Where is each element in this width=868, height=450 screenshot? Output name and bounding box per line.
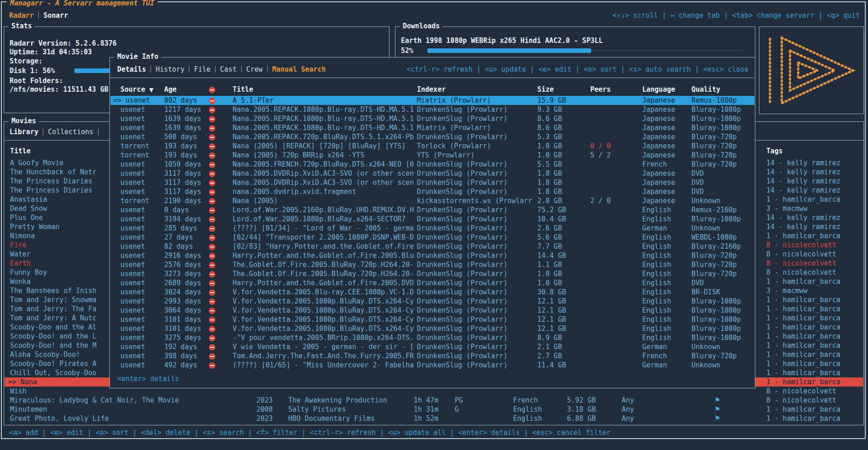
movie-title-text: Nimona: [10, 232, 35, 240]
release-row[interactable]: usenet 398 days Tom.And.Jerry.The.Fast.A…: [110, 351, 754, 361]
release-rejected: [209, 151, 215, 160]
release-row[interactable]: usenet 492 days (????) [01/65] - "Miss U…: [110, 361, 754, 370]
tab-manual-search[interactable]: Manual Search: [272, 65, 326, 73]
release-row[interactable]: usenet 1639 days Nana.2005.REPACK.1080p.…: [110, 114, 754, 123]
release-age: 3273 days: [164, 269, 201, 278]
tab-library[interactable]: Library: [10, 128, 38, 136]
movie-tag: 1 - hamilcar_barca: [766, 231, 841, 241]
release-language: English: [642, 306, 671, 315]
release-row[interactable]: torrent 193 days Nana (2005) 720p BRRip …: [110, 151, 754, 160]
release-age: 2916 days: [164, 251, 201, 260]
download-percent: 52%: [401, 47, 413, 55]
release-source-text: usenet: [120, 105, 145, 114]
release-row[interactable]: usenet 3101 days V.for.Vendetta.2005.108…: [110, 324, 754, 333]
release-language: English: [642, 251, 671, 260]
release-row[interactable]: usenet 3275 days -"V pour vendetta.2005.…: [110, 333, 754, 342]
gauge-fill: [427, 48, 591, 53]
tab-file[interactable]: File: [194, 65, 210, 73]
release-rejected: [209, 288, 215, 297]
release-indexer: DrunkenSlug (Prowlarr): [417, 178, 536, 187]
movie-tag: 14 - kelly ramirez: [766, 167, 841, 177]
release-language: Japanese: [642, 196, 675, 205]
release-row[interactable]: usenet 3117 days Nana.2005.DVDRip.XviD.A…: [110, 178, 754, 187]
release-age: 3275 days: [164, 333, 201, 342]
release-row[interactable]: usenet 2993 days V.for.Vendetta.2005.108…: [110, 297, 754, 306]
release-row[interactable]: usenet 0 days Lord.of.War.2005.2160p.Blu…: [110, 205, 754, 215]
app-title: Managarr - A Servarr management TUI: [6, 0, 158, 8]
version-value: 5.2.6.8376: [75, 39, 116, 47]
tab-radarr[interactable]: Radarr: [9, 11, 34, 20]
release-source-text: usenet: [120, 160, 145, 168]
tab-separator: [43, 128, 43, 135]
release-language: Japanese: [642, 132, 675, 141]
release-source-text: usenet: [120, 169, 145, 178]
release-row[interactable]: usenet 3064 days V.for.Vendetta.2005.108…: [110, 306, 754, 315]
release-row[interactable]: usenet 3273 days The.Goblet.Of.Fire.2005…: [110, 269, 754, 278]
release-row[interactable]: usenet 3101 days V.for.Vendetta.2005.108…: [110, 315, 754, 324]
rejected-icon: [209, 308, 215, 314]
movie-title-text: Nana: [21, 378, 37, 386]
release-source: usenet: [120, 233, 145, 242]
release-source: usenet: [120, 315, 145, 324]
movie-tag: 1 - hamilcar_barca: [766, 359, 841, 368]
movie-title-text: Scooby-Doo! and the L: [10, 332, 97, 340]
tab-collections[interactable]: Collections: [48, 128, 93, 136]
release-row[interactable]: torrent 2190 days Nana (2005) kickasstor…: [110, 196, 754, 205]
movie-title-text: Chill Out, Scooby-Doo: [10, 369, 97, 377]
tab-sonarr[interactable]: Sonarr: [43, 11, 68, 20]
release-peers: 0 / 0: [590, 141, 611, 151]
release-row[interactable]: usenet 1217 days Nana.2005.REPACK.1080p.…: [110, 105, 754, 114]
release-row[interactable]: usenet 285 days (????) [01/34] - "Lord o…: [110, 224, 754, 233]
release-quality: Bluray-1080p: [691, 123, 741, 132]
movie-title-text: Wish: [10, 387, 26, 395]
release-row[interactable]: usenet 3194 days Lord.of.War.2005.1080p.…: [110, 215, 754, 224]
release-age: 285 days: [164, 224, 197, 233]
movie-title-text: A Goofy Movie: [10, 159, 63, 167]
release-source: usenet: [120, 178, 145, 187]
movie-tag: 14 - kelly ramirez: [766, 186, 841, 195]
movie-row[interactable]: Minutemen 2008 Salty Pictures 1h 31m G E…: [5, 405, 863, 414]
release-row[interactable]: usenet 192 days V wie Vendetta - 2005 - …: [110, 342, 754, 351]
release-indexer: DrunkenSlug (Prowlarr): [417, 351, 536, 361]
tab-cast[interactable]: Cast: [220, 65, 237, 73]
release-row[interactable]: usenet 1059 days Nana.2005.FRENCH.720p.B…: [110, 160, 754, 169]
release-row[interactable]: usenet 508 days Nana.2005.REPACK.720p.Bl…: [110, 132, 754, 141]
release-row[interactable]: usenet 27 days [02/44] "Transporter 2.20…: [110, 233, 754, 242]
release-row[interactable]: usenet 3024 days V.for.Vendetta.2005.Blu…: [110, 288, 754, 297]
movie-row[interactable]: Miraculous: Ladybug & Cat Noir, The Movi…: [5, 396, 863, 405]
column-title: Title: [10, 147, 31, 156]
release-language: Japanese: [642, 178, 675, 187]
release-row[interactable]: torrent 193 days Nana (2005) [REPACK] [7…: [110, 141, 754, 151]
movie-tag: 14 - kelly ramirez: [766, 213, 841, 222]
release-source: => usenet: [113, 96, 150, 105]
movie-title-text: The Banshees of Inish: [10, 287, 97, 295]
release-row[interactable]: usenet 82 days [02/83] "Harry.Potter.and…: [110, 242, 754, 251]
release-age: 0 days: [164, 205, 189, 215]
release-row[interactable]: usenet 3117 days Nana.2005.DVDRip.XviD.A…: [110, 169, 754, 178]
release-source-text: usenet: [120, 261, 145, 269]
release-language: Japanese: [642, 105, 675, 114]
release-language: English: [642, 233, 671, 242]
movie-title-text: Earth: [10, 259, 31, 267]
release-language: English: [642, 278, 671, 288]
release-row[interactable]: usenet 1639 days Nana.2005.REPACK.1080p.…: [110, 123, 754, 132]
release-row[interactable]: usenet 2576 days The.Goblet.Of.Fire.2005…: [110, 260, 754, 269]
release-quality: Bluray-1080p: [691, 215, 741, 224]
tab-crew[interactable]: Crew: [246, 65, 263, 73]
column-release-title: Title: [233, 85, 416, 94]
release-title: [02/83] "Harry.Potter.and.the.Goblet.of.…: [233, 242, 416, 251]
release-rejected: [209, 278, 215, 288]
release-indexer: DrunkenSlug (Prowlarr): [417, 278, 536, 288]
release-row[interactable]: usenet 2916 days Harry.Potter.and.the.Go…: [110, 251, 754, 260]
tab-history[interactable]: History: [156, 65, 184, 73]
movie-row[interactable]: Great Photo, Lovely Life 2023 HBO Docume…: [5, 414, 863, 423]
rejected-icon: [209, 253, 215, 259]
release-source-text: usenet: [120, 233, 145, 241]
release-quality: DVD: [691, 187, 704, 196]
release-row[interactable]: => usenet 802 days A 5.1-PTer Miatrix (P…: [110, 96, 754, 105]
rejected-icon: [209, 189, 215, 195]
release-row[interactable]: usenet 2689 days Harry.Potter.and.the.Go…: [110, 278, 754, 288]
release-row[interactable]: usenet 3117 days nana.2005.dvdrip.xvid.f…: [110, 187, 754, 196]
tab-details[interactable]: Details: [117, 65, 146, 73]
release-indexer: DrunkenSlug (Prowlarr): [417, 242, 536, 251]
